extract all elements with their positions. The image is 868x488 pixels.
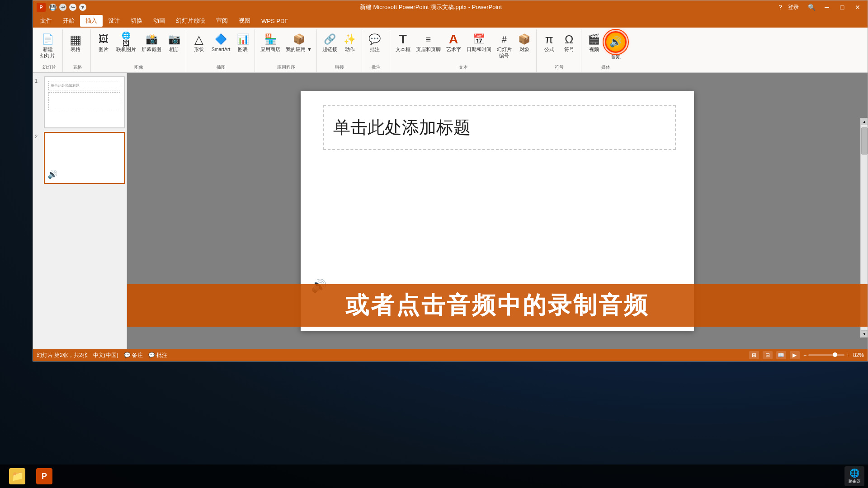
help-button[interactable]: ? [775,2,785,12]
audio-button-container[interactable]: 🔊 音频 [605,31,627,60]
header-footer-button[interactable]: ≡ 页眉和页脚 [414,31,443,54]
menu-item-wps-pdf[interactable]: WPS PDF [256,16,293,26]
object-button[interactable]: 📦 对象 [515,31,533,54]
screenshot-button[interactable]: 📸 屏幕截图 [140,31,163,54]
slide-2-thumbnail[interactable]: 🔊 [44,132,125,184]
zoom-plus[interactable]: + [846,352,849,358]
ppt-taskbar-icon: P [36,468,52,484]
main-area: 1 单击此处添加标题 2 🔊 单击此处添加标题 [33,73,868,349]
symbol-button[interactable]: Ω 符号 [560,31,578,54]
smartart-button[interactable]: 🔷 SmartArt [210,31,232,53]
app-store-button[interactable]: 🏪 应用商店 [259,31,282,54]
ribbon-comments-items: 💬 批注 [366,29,387,64]
menu-item-animations[interactable]: 动画 [148,15,170,27]
minimize-button[interactable]: ─ [821,3,833,12]
datetime-button[interactable]: 📅 日期和时间 [465,31,493,54]
subtitle-text: 或者点击音频中的录制音频 [138,290,857,321]
scroll-thumb[interactable] [861,127,868,155]
ribbon-group-apps: 🏪 应用商店 📦 我的应用 ▼ 应用程序 [256,29,316,72]
undo-button[interactable]: ↩ [59,4,66,11]
slide-1-thumbnail[interactable]: 单击此处添加标题 [44,76,125,128]
menu-item-slideshow[interactable]: 幻灯片放映 [170,15,211,27]
audio-highlighted-button[interactable]: 🔊 [605,31,627,53]
zoom-thumb[interactable] [833,352,837,357]
ribbon-table-items: ▦ 表格 [66,29,88,64]
chart-icon: 📊 [236,32,250,47]
new-slide-label: 新建幻灯片 [40,47,55,59]
menu-item-view[interactable]: 视图 [233,15,256,27]
table-button[interactable]: ▦ 表格 [66,31,85,54]
reading-view-button[interactable]: 📖 [776,351,786,359]
slide-thumb-1[interactable]: 1 单击此处添加标题 [35,76,125,128]
picture-button[interactable]: 🖼 图片 [94,31,113,54]
login-area[interactable]: 登录 [788,4,799,11]
search-button[interactable]: 🔍 [805,3,818,12]
ribbon-group-illustrations: △ 形状 🔷 SmartArt 📊 图表 插图 [187,29,255,72]
comments-area[interactable]: 💬 批注 [148,352,167,359]
maximize-button[interactable]: □ [836,3,849,12]
action-button[interactable]: ✨ 动作 [341,31,359,54]
new-slide-icon: 📄 [41,32,55,47]
menu-item-transitions[interactable]: 切换 [125,15,148,27]
taskbar-item-explorer[interactable]: 📁 [4,466,31,486]
slide-thumb-2[interactable]: 2 🔊 [35,132,125,184]
chart-button[interactable]: 📊 图表 [234,31,252,54]
zoom-level: 82% [853,352,864,358]
slide-title-placeholder[interactable]: 单击此处添加标题 [323,105,676,150]
slide-number-button[interactable]: # 幻灯片编号 [495,31,514,60]
scroll-up-button[interactable]: ▲ [861,118,868,125]
smartart-icon: 🔷 [214,32,228,47]
album-button[interactable]: 📷 相册 [165,31,183,54]
audio-icon: 🔊 [609,36,622,48]
save-button[interactable]: 💾 [49,4,57,11]
router-widget[interactable]: 🌐 路由器 [844,466,864,486]
router-label: 路由器 [849,479,861,484]
menu-item-file[interactable]: 文件 [35,15,57,27]
action-label: 动作 [345,47,355,53]
smartart-label: SmartArt [212,47,230,52]
slide-panel: 1 单击此处添加标题 2 🔊 [33,73,127,349]
menu-item-design[interactable]: 设计 [103,15,125,27]
wordart-button[interactable]: A 艺术字 [444,31,463,54]
album-icon: 📷 [167,32,181,47]
shapes-button[interactable]: △ 形状 [190,31,208,54]
scroll-down-button[interactable]: ▼ [861,330,868,338]
menu-item-insert[interactable]: 插入 [80,15,103,27]
menu-item-review[interactable]: 审阅 [211,15,233,27]
equation-button[interactable]: π 公式 [540,31,558,54]
screenshot-icon: 📸 [144,32,159,47]
close-button[interactable]: ✕ [851,3,864,12]
slide-sorter-button[interactable]: ⊟ [763,351,773,359]
zoom-minus[interactable]: − [803,352,807,358]
online-picture-label: 联机图片 [116,47,136,53]
title-bar-left: P 💾 ↩ ↪ ▼ [37,3,86,12]
taskbar-right: 🌐 路由器 [844,466,864,486]
my-apps-button[interactable]: 📦 我的应用 ▼ [284,31,313,54]
video-button[interactable]: 🎬 视频 [585,31,603,54]
customize-button[interactable]: ▼ [79,4,86,11]
online-picture-button[interactable]: 🌐🖼 联机图片 [114,31,138,54]
new-slide-button[interactable]: 📄 新建幻灯片 [38,31,57,60]
textbox-button[interactable]: T 文本框 [394,31,412,54]
notes-area[interactable]: 💬 备注 [124,352,143,359]
screenshot-label: 屏幕截图 [142,47,161,53]
zoom-track[interactable] [808,354,844,356]
action-icon: ✨ [343,32,357,47]
ribbon-apps-items: 🏪 应用商店 📦 我的应用 ▼ [259,29,313,64]
hyperlink-button[interactable]: 🔗 超链接 [321,31,339,54]
taskbar-item-ppt[interactable]: P [31,466,58,486]
zoom-slider[interactable]: − + [803,352,849,358]
status-bar: 幻灯片 第2张，共2张 中文(中国) 💬 备注 💬 批注 ⊞ ⊟ 📖 ▶ − +… [33,349,868,361]
equation-icon: π [542,32,557,47]
ribbon-group-slides: 📄 新建幻灯片 幻灯片 [36,29,63,72]
slideshow-button[interactable]: ▶ [790,351,800,359]
header-footer-label: 页眉和页脚 [416,47,441,53]
ribbon: 📄 新建幻灯片 幻灯片 ▦ 表格 表格 [33,28,868,73]
redo-button[interactable]: ↪ [69,4,76,11]
ribbon-group-comments: 💬 批注 批注 [363,29,390,72]
ribbon-illustrations-items: △ 形状 🔷 SmartArt 📊 图表 [190,29,252,64]
ribbon-symbols-label: 符号 [540,64,578,72]
comment-button[interactable]: 💬 批注 [366,31,384,54]
menu-item-home[interactable]: 开始 [57,15,80,27]
normal-view-button[interactable]: ⊞ [749,351,759,359]
